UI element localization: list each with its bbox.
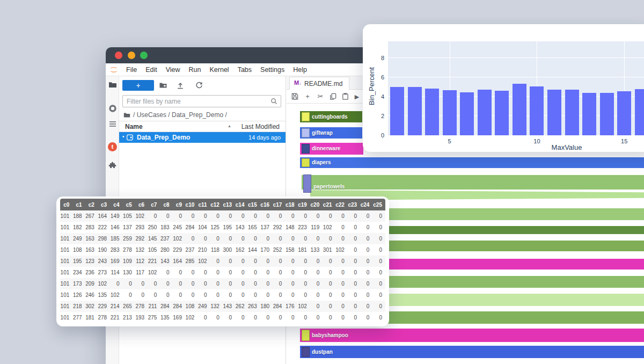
extension-manager-puzzle-icon[interactable]	[108, 162, 117, 171]
add-cell-button[interactable]: +	[303, 92, 312, 101]
traffic-light-zoom[interactable]	[140, 52, 148, 59]
table-cell: 0	[335, 222, 348, 233]
table-cell: 0	[285, 256, 297, 267]
menu-item-run[interactable]: Run	[185, 66, 206, 74]
name-column-header[interactable]: Name	[125, 123, 143, 130]
new-folder-button[interactable]	[159, 81, 167, 90]
table-cell: 101	[60, 222, 72, 233]
table-cell: 0	[210, 256, 223, 267]
menu-item-view[interactable]: View	[162, 66, 185, 74]
menu-item-tabs[interactable]: Tabs	[233, 66, 256, 74]
table-cell: 0	[348, 267, 360, 278]
table-cell: 181	[298, 244, 310, 256]
table-cell: 146	[110, 222, 122, 233]
table-cell: 0	[247, 233, 260, 244]
chart-bar-x16	[635, 89, 644, 135]
table-cell: 0	[173, 210, 185, 222]
table-cell: 101	[60, 210, 72, 222]
chart-bar-x7	[478, 90, 492, 136]
upload-button[interactable]	[176, 81, 185, 90]
table-cell: 102	[148, 267, 160, 278]
table-cell: 0	[285, 267, 297, 278]
table-cell: 0	[197, 278, 210, 289]
table-cell: 135	[160, 312, 172, 323]
table-cell: 0	[285, 210, 297, 222]
file-name: Data_Prep_Demo	[137, 134, 190, 141]
running-kernels-icon[interactable]	[108, 104, 117, 113]
file-browser-icon[interactable]	[108, 81, 117, 90]
table-cell: 102	[173, 233, 185, 244]
table-cell: 101	[60, 267, 72, 278]
table-cell: 176	[285, 301, 297, 312]
table-cell: 0	[210, 233, 223, 244]
traffic-light-close[interactable]	[115, 52, 122, 59]
filter-files-input[interactable]	[127, 96, 266, 107]
table-cell: 0	[247, 278, 260, 289]
table-cell: 0	[122, 289, 135, 301]
table-cell: 114	[110, 267, 122, 278]
table-cell: 221	[148, 256, 160, 267]
y-gridline	[388, 77, 644, 77]
column-header-c22: c22	[335, 199, 348, 210]
table-cell: 143	[223, 301, 235, 312]
table-cell: 0	[223, 278, 235, 289]
paste-button[interactable]	[341, 92, 349, 101]
save-button[interactable]	[290, 92, 299, 101]
table-cell: 0	[298, 312, 310, 323]
modified-column-header[interactable]: Last Modified	[241, 123, 280, 130]
table-cell: 245	[173, 222, 185, 233]
breadcrumb[interactable]: / UseCases / Data_Prep_Demo /	[123, 111, 227, 119]
table-cell: 0	[247, 312, 260, 323]
extension-t-badge-icon[interactable]: t	[108, 142, 117, 151]
table-cell: 0	[360, 278, 372, 289]
table-cell: 102	[98, 278, 110, 289]
table-cell: 133	[310, 244, 323, 256]
menu-item-help[interactable]: Help	[289, 66, 311, 74]
table-cell: 130	[122, 267, 135, 278]
chart-bar-x15	[617, 91, 631, 135]
column-header-c13: c13	[223, 199, 235, 210]
table-cell: 0	[348, 289, 360, 301]
cut-button[interactable]: ✂	[316, 92, 325, 101]
markdown-icon: M↓	[294, 79, 301, 86]
table-cell: 278	[135, 301, 148, 312]
table-header: c0c1c2c3c4c5c6c7c8c9c10c11c12c13c14c15c1…	[60, 199, 385, 210]
table-cell: 0	[285, 233, 297, 244]
table-cell: 0	[372, 256, 385, 267]
menu-item-file[interactable]: File	[122, 66, 141, 74]
new-launcher-button[interactable]: +	[122, 80, 154, 91]
table-cell: 277	[72, 312, 85, 323]
menu-item-settings[interactable]: Settings	[256, 66, 289, 74]
run-button[interactable]: ▶	[353, 92, 361, 101]
table-cell: 0	[197, 289, 210, 301]
traffic-light-minimize[interactable]	[128, 52, 135, 59]
refresh-button[interactable]	[195, 81, 203, 90]
table-cell: 0	[235, 256, 247, 267]
table-of-contents-icon[interactable]	[108, 120, 117, 129]
menu-item-kernel[interactable]: Kernel	[206, 66, 233, 74]
table-cell: 0	[360, 289, 372, 301]
file-row-selected[interactable]: • Data_Prep_Demo 14 days ago	[119, 132, 286, 143]
table-cell: 0	[335, 233, 348, 244]
copy-button[interactable]	[328, 92, 337, 101]
tab-readme[interactable]: M↓ README.md	[289, 77, 349, 90]
table-cell: 0	[348, 210, 360, 222]
table-cell: 169	[173, 312, 185, 323]
table-cell: 0	[298, 210, 310, 222]
table-cell: 112	[135, 256, 148, 267]
table-cell: 0	[148, 289, 160, 301]
y-axis-label: Bin_Percent	[368, 65, 376, 108]
table-cell: 0	[360, 301, 372, 312]
table-cell: 102	[335, 244, 348, 256]
table-cell: 0	[235, 267, 247, 278]
column-header-c20: c20	[310, 199, 323, 210]
y-tick-label: 6	[370, 74, 384, 81]
menu-item-edit[interactable]: Edit	[141, 66, 162, 74]
table-cell: 0	[335, 312, 348, 323]
table-cell: 0	[348, 278, 360, 289]
table-cell: 275	[148, 312, 160, 323]
table-cell: 0	[372, 289, 385, 301]
table-cell: 0	[235, 233, 247, 244]
table-cell: 0	[135, 289, 148, 301]
table-cell: 0	[197, 312, 210, 323]
